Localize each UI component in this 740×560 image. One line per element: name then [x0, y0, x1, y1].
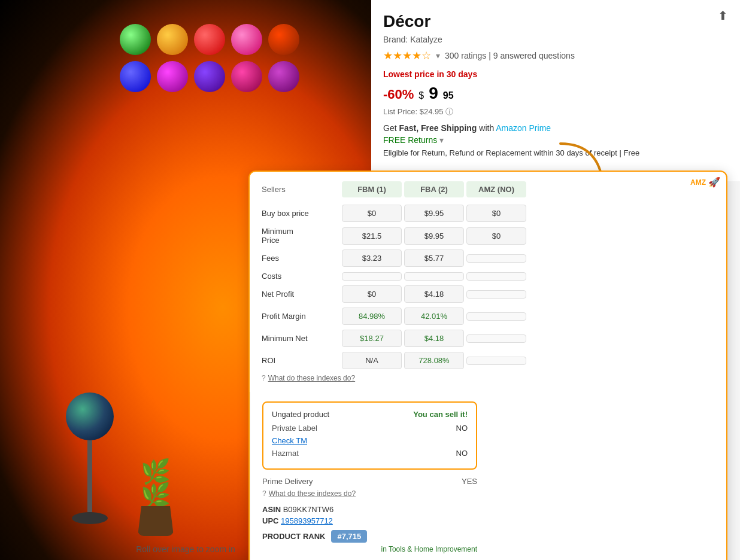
buy-box-price-row: Buy box price $0 $9.95 $0 [262, 205, 477, 222]
rating-count[interactable]: 300 ratings | 9 answered questions [445, 51, 575, 60]
minimum-net-fbm[interactable]: $18.27 [342, 330, 402, 347]
net-profit-amz[interactable] [466, 290, 526, 299]
lamp-base [66, 392, 114, 524]
check-tm-link[interactable]: Check TM [272, 436, 307, 445]
stars-row: ★★★★☆ ▾ 300 ratings | 9 answered questio… [383, 49, 728, 62]
lowest-price-badge: Lowest price in 30 days [383, 69, 728, 79]
upc-label: UPC [262, 516, 278, 525]
hazmat-value: NO [456, 449, 468, 458]
fees-amz[interactable] [466, 254, 526, 263]
fba-col-header[interactable]: FBA (2) [404, 181, 464, 197]
what-indexes-right[interactable]: ? What do these indexes do? [262, 489, 477, 498]
private-label-row: Private Label NO [272, 424, 468, 433]
net-profit-fbm[interactable]: $0 [342, 285, 402, 303]
costs-amz[interactable] [466, 272, 526, 281]
profit-margin-row: Profit Margin 84.98% 42.01% [262, 308, 477, 325]
color-circle-8 [194, 61, 225, 92]
plant-decoration: 🌿🌿 [138, 506, 174, 536]
star-rating: ★★★★☆ [383, 49, 431, 62]
share-icon[interactable]: ⬆ [718, 8, 728, 23]
net-profit-row: Net Profit $0 $4.18 [262, 285, 477, 303]
costs-fbm[interactable] [342, 272, 402, 281]
price-row: -60% $ 9 95 [383, 84, 728, 103]
fbm-col-header[interactable]: FBM (1) [342, 181, 402, 197]
fees-fbm[interactable]: $3.23 [342, 249, 402, 267]
upc-row: UPC 195893957712 [262, 516, 477, 525]
question-icon-right: ? [262, 489, 266, 498]
discount-percent: -60% [383, 87, 414, 102]
overlay-panel: AMZ 🚀 Sellers FBM (1) FBA (2) AMZ (NO) B… [248, 171, 727, 560]
list-price-info-icon[interactable]: ⓘ [445, 107, 453, 116]
what-indexes-link[interactable]: What do these indexes do? [268, 374, 355, 382]
asin-value: B09KK7NTW6 [283, 505, 334, 514]
private-label-label: Private Label [272, 424, 317, 433]
product-info-panel: ⬆ Décor Brand: Katalyze ★★★★☆ ▾ 300 rati… [371, 0, 740, 181]
amz-logo-icon: 🚀 [708, 176, 720, 188]
amz-col-header[interactable]: AMZ (NO) [466, 181, 526, 197]
private-label-value: NO [456, 424, 468, 433]
price-dollars: 9 [429, 84, 438, 103]
color-circle-9 [231, 61, 262, 92]
buy-box-fba[interactable]: $9.95 [404, 205, 464, 222]
dropdown-arrow[interactable]: ▾ [439, 135, 444, 145]
prime-delivery-value: YES [462, 477, 477, 486]
plant-pot [138, 506, 174, 536]
color-circle-1 [120, 24, 151, 55]
question-circle-icon: ? [262, 374, 266, 382]
roi-fba[interactable]: 728.08% [404, 352, 464, 369]
profit-margin-label: Profit Margin [262, 312, 339, 321]
minimum-price-fbm[interactable]: $21.5 [342, 227, 402, 245]
dropdown-icon[interactable]: ▾ [436, 51, 440, 60]
plant-stems: 🌿🌿 [141, 459, 174, 507]
color-circle-10 [268, 61, 299, 92]
minimum-price-fba[interactable]: $9.95 [404, 227, 464, 245]
upc-link[interactable]: 195893957712 [281, 516, 333, 525]
what-indexes-left[interactable]: ? What do these indexes do? [262, 374, 477, 382]
roi-amz[interactable] [466, 357, 526, 365]
product-rank-row: PRODUCT RANK #7,715 [262, 530, 477, 543]
color-circle-7 [157, 61, 188, 92]
roi-fbm[interactable]: N/A [342, 352, 402, 369]
ungated-product-box: Ungated product You can sell it! Private… [262, 401, 477, 470]
minimum-net-fba[interactable]: $4.18 [404, 330, 464, 347]
color-circle-2 [157, 24, 188, 55]
net-profit-label: Net Profit [262, 290, 339, 299]
minimum-net-amz[interactable] [466, 334, 526, 343]
sellers-header-row: Sellers FBM (1) FBA (2) AMZ (NO) [262, 181, 477, 197]
color-circles-grid [120, 24, 302, 95]
buy-box-fbm[interactable]: $0 [342, 205, 402, 222]
free-returns[interactable]: FREE Returns ▾ [383, 135, 728, 145]
eligible-text: Eligible for Return, Refund or Replaceme… [383, 148, 728, 157]
prime-text: Amazon Prime [496, 123, 551, 133]
profit-margin-amz[interactable] [466, 312, 526, 321]
lamp-stand [87, 440, 92, 512]
list-price: List Price: $24.95 ⓘ [383, 106, 728, 117]
hazmat-label: Hazmat [272, 449, 299, 458]
lamp-base-disk [72, 512, 108, 524]
asin-label: ASIN [262, 505, 283, 514]
net-profit-fba[interactable]: $4.18 [404, 285, 464, 303]
overlay-right-panel: Ungated product You can sell it! Private… [250, 392, 489, 560]
product-brand: Brand: Katalyze [383, 35, 728, 44]
globe-icon [66, 392, 114, 440]
rank-badge: #7,715 [331, 530, 367, 543]
minimum-price-amz[interactable]: $0 [466, 227, 526, 245]
overlay-content: Sellers FBM (1) FBA (2) AMZ (NO) Buy box… [250, 172, 726, 560]
buy-box-amz[interactable]: $0 [466, 205, 526, 222]
minimum-price-row: MinimumPrice $21.5 $9.95 $0 [262, 227, 477, 245]
minimum-price-label: MinimumPrice [262, 227, 339, 245]
profit-margin-fba[interactable]: 42.01% [404, 308, 464, 325]
price-cents: 95 [443, 90, 454, 101]
roi-row: ROI N/A 728.08% [262, 352, 477, 369]
fees-fba[interactable]: $5.77 [404, 249, 464, 267]
color-circle-4 [231, 24, 262, 55]
product-title: Décor [383, 12, 728, 31]
fees-row: Fees $3.23 $5.77 [262, 249, 477, 267]
profit-margin-fbm[interactable]: 84.98% [342, 308, 402, 325]
amz-badge: AMZ 🚀 [690, 176, 720, 188]
costs-fba[interactable] [404, 272, 464, 281]
what-indexes-right-link[interactable]: What do these indexes do? [269, 489, 356, 498]
color-circle-5 [268, 24, 299, 55]
overlay-left-panel: Sellers FBM (1) FBA (2) AMZ (NO) Buy box… [250, 172, 489, 392]
rank-category: in Tools & Home Improvement [262, 545, 477, 553]
